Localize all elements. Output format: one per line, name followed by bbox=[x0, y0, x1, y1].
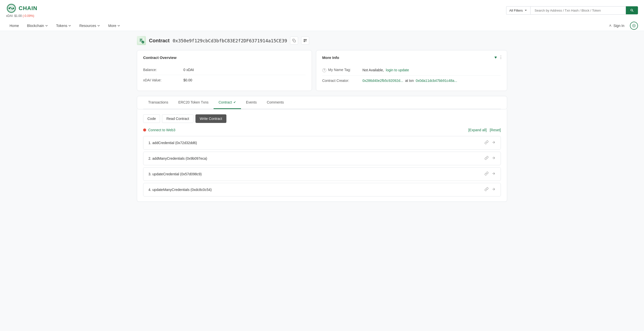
creator-txn-link[interactable]: 0x0da11dcb47bb91c48a... bbox=[416, 79, 457, 83]
contract-icon bbox=[137, 36, 146, 45]
logo[interactable]: CHAIN bbox=[6, 3, 37, 14]
nav-resources[interactable]: Resources bbox=[76, 21, 104, 31]
function-item[interactable]: 1. addCredential (0x72d32dd6) bbox=[143, 136, 501, 150]
function-name: 1. addCredential (0x72d32dd6) bbox=[148, 141, 197, 145]
qr-code-button[interactable] bbox=[301, 37, 309, 45]
link-icon[interactable] bbox=[485, 172, 489, 177]
copy-address-button[interactable] bbox=[290, 37, 298, 45]
search-area: All Filters bbox=[506, 6, 638, 15]
nav-right: Sign In bbox=[605, 21, 638, 31]
price-info: xDAI: $1.00 (-0.09%) bbox=[6, 14, 37, 18]
avatar-icon[interactable] bbox=[630, 22, 638, 30]
link-icon[interactable] bbox=[485, 156, 489, 161]
read-contract-button[interactable]: Read Contract bbox=[162, 114, 193, 123]
expand-icon[interactable] bbox=[492, 187, 496, 192]
function-item[interactable]: 2. addManyCredentials (0x9b097eca) bbox=[143, 152, 501, 165]
tab-events[interactable]: Events bbox=[241, 96, 262, 109]
tab-contract[interactable]: Contract ✔ bbox=[214, 96, 241, 109]
function-list: 1. addCredential (0x72d32dd6) 2. addMany… bbox=[143, 136, 501, 196]
link-icon[interactable] bbox=[485, 140, 489, 145]
nav-more[interactable]: More bbox=[105, 21, 124, 31]
nav-tokens[interactable]: Tokens bbox=[53, 21, 75, 31]
nav-home[interactable]: Home bbox=[6, 21, 22, 31]
balance-label: Balance: bbox=[143, 68, 183, 72]
logo-icon bbox=[6, 3, 17, 14]
svg-rect-11 bbox=[140, 41, 141, 41]
svg-point-2 bbox=[9, 8, 10, 9]
svg-point-4 bbox=[610, 25, 611, 26]
expand-icon[interactable] bbox=[492, 156, 496, 161]
contract-header: Contract 0x350e9f129cbCd3bfbC83E2f2DF637… bbox=[137, 36, 507, 45]
function-name: 3. updateCredential (0x57d098c9) bbox=[148, 172, 202, 176]
contract-body: Code Read Contract Write Contract Connec… bbox=[137, 109, 507, 202]
cards-row: Contract Overview Balance: 0 xDAI xDAI V… bbox=[137, 50, 507, 91]
more-options-button[interactable]: ⋮ bbox=[499, 55, 503, 60]
svg-point-3 bbox=[13, 8, 14, 9]
search-input[interactable] bbox=[530, 6, 626, 15]
write-contract-button[interactable]: Write Contract bbox=[195, 114, 226, 123]
svg-rect-9 bbox=[140, 39, 142, 40]
verified-check-icon: ✔ bbox=[233, 101, 236, 104]
xdai-value: $0.00 bbox=[183, 78, 192, 82]
reset-link[interactable]: [Reset] bbox=[490, 128, 501, 132]
overview-card: Contract Overview Balance: 0 xDAI xDAI V… bbox=[137, 50, 312, 91]
function-name: 2. addManyCredentials (0x9b097eca) bbox=[148, 156, 207, 160]
function-actions bbox=[485, 156, 496, 161]
login-to-update-link[interactable]: login to update bbox=[386, 68, 409, 72]
name-tag-label: ? My Name Tag: bbox=[322, 68, 363, 72]
logo-area: CHAIN xDAI: $1.00 (-0.09%) bbox=[6, 3, 37, 18]
tab-comments[interactable]: Comments bbox=[262, 96, 289, 109]
tab-transactions[interactable]: Transactions bbox=[143, 96, 173, 109]
xdai-label: xDAI Value: bbox=[143, 78, 183, 82]
tabs: Transactions ERC20 Token Txns Contract ✔… bbox=[143, 96, 501, 109]
nav-blockchain[interactable]: Blockchain bbox=[23, 21, 52, 31]
connect-right: [Expand all] [Reset] bbox=[468, 128, 501, 132]
name-tag-row: ? My Name Tag: Not Available, login to u… bbox=[322, 65, 501, 76]
function-item[interactable]: 3. updateCredential (0x57d098c9) bbox=[143, 167, 501, 181]
filter-dropdown[interactable]: All Filters bbox=[506, 6, 530, 15]
connect-row: Connect to Web3 [Expand all] [Reset] bbox=[143, 128, 501, 132]
search-button[interactable] bbox=[626, 6, 638, 14]
expand-icon[interactable] bbox=[492, 172, 496, 177]
connect-left: Connect to Web3 bbox=[143, 128, 175, 132]
svg-rect-13 bbox=[294, 40, 296, 42]
creator-address-link[interactable]: 0x286d40e2fb5c92092d... bbox=[363, 79, 403, 83]
connect-web3-link[interactable]: Connect to Web3 bbox=[148, 128, 175, 132]
xdai-row: xDAI Value: $0.00 bbox=[143, 75, 306, 85]
more-info-actions: ♥ ⋮ bbox=[495, 55, 503, 60]
function-item[interactable]: 4. updateManyCredentials (0xdc8c0c54) bbox=[143, 183, 501, 196]
creator-value: 0x286d40e2fb5c92092d... at txn 0x0da11dc… bbox=[363, 79, 457, 83]
link-icon[interactable] bbox=[485, 187, 489, 192]
logo-text: CHAIN bbox=[19, 5, 37, 12]
creator-label: Contract Creator: bbox=[322, 79, 363, 83]
contract-button-group: Code Read Contract Write Contract bbox=[143, 114, 501, 123]
main-nav: Home Blockchain Tokens Resources More Si… bbox=[6, 21, 638, 31]
favorite-button[interactable]: ♥ bbox=[495, 55, 497, 60]
tab-erc20[interactable]: ERC20 Token Txns bbox=[173, 96, 214, 109]
creator-row: Contract Creator: 0x286d40e2fb5c92092d..… bbox=[322, 76, 501, 86]
contract-title: Contract bbox=[149, 38, 170, 44]
svg-rect-19 bbox=[304, 41, 305, 42]
function-actions bbox=[485, 172, 496, 177]
svg-rect-18 bbox=[306, 40, 306, 40]
function-name: 4. updateManyCredentials (0xdc8c0c54) bbox=[148, 188, 212, 192]
contract-address: 0x350e9f129cbCd3bfbC83E2f2DF6371914a15CE… bbox=[173, 38, 287, 43]
function-actions bbox=[485, 187, 496, 192]
function-actions bbox=[485, 140, 496, 145]
help-icon: ? bbox=[322, 68, 326, 72]
svg-rect-17 bbox=[304, 40, 305, 40]
svg-rect-10 bbox=[140, 40, 142, 40]
expand-icon[interactable] bbox=[492, 140, 496, 145]
overview-title: Contract Overview bbox=[143, 55, 306, 60]
tabs-container: Transactions ERC20 Token Txns Contract ✔… bbox=[137, 96, 507, 109]
code-button[interactable]: Code bbox=[143, 114, 160, 123]
balance-value: 0 xDAI bbox=[183, 68, 194, 72]
name-tag-value: Not Available, login to update bbox=[363, 68, 409, 72]
balance-row: Balance: 0 xDAI bbox=[143, 65, 306, 75]
sign-in-button[interactable]: Sign In bbox=[605, 21, 628, 31]
disconnect-indicator bbox=[143, 128, 146, 131]
more-info-title: More Info bbox=[322, 55, 501, 60]
expand-all-link[interactable]: [Expand all] bbox=[468, 128, 487, 132]
more-info-card: More Info ♥ ⋮ ? My Name Tag: Not Availab… bbox=[316, 50, 507, 91]
